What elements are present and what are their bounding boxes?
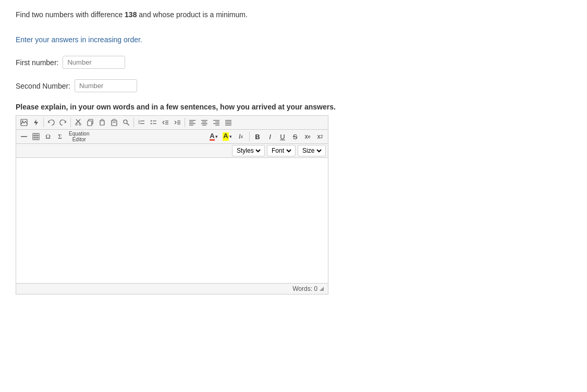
align-right-btn[interactable] <box>211 117 222 128</box>
question-text: Find two numbers with difference 138 and… <box>16 10 571 19</box>
superscript-btn[interactable]: x2 <box>314 131 326 142</box>
first-number-row: First number: <box>16 56 571 69</box>
dropdowns-right: Styles Font Size <box>232 145 326 156</box>
sep3 <box>133 118 134 127</box>
svg-text:2.: 2. <box>138 121 141 125</box>
font-color-btn[interactable]: A ▾ <box>207 131 220 142</box>
italic-btn[interactable]: I <box>264 131 276 142</box>
equation-editor-btn[interactable]: EquationEditor <box>66 131 92 142</box>
explain-label: Please explain, in your own words and in… <box>16 103 571 111</box>
sep4 <box>185 118 185 127</box>
first-number-label: First number: <box>16 58 58 67</box>
equation-editor-label: EquationEditor <box>69 131 89 142</box>
paste-text-btn[interactable] <box>108 117 120 128</box>
editor-footer: Words: 0 <box>16 283 328 294</box>
paste-btn[interactable] <box>96 117 108 128</box>
toolbar-row2-right: A ▾ A ▾ Ix B I U S xe x2 <box>207 131 326 142</box>
strikethrough-btn[interactable]: S <box>289 131 301 142</box>
svg-rect-10 <box>101 119 103 121</box>
undo-btn[interactable] <box>45 117 57 128</box>
sub-instruction: Enter your answers in increasing order. <box>16 34 571 45</box>
indent-less-btn[interactable] <box>160 117 171 128</box>
svg-rect-47 <box>33 133 39 140</box>
question-container: Find two numbers with difference 138 and… <box>16 10 571 19</box>
svg-line-15 <box>127 124 129 126</box>
sigma-btn[interactable]: Σ <box>54 131 66 142</box>
svg-point-20 <box>151 120 152 121</box>
ul-btn[interactable] <box>148 117 159 128</box>
toolbar-row2-left: Ω Σ EquationEditor <box>18 131 92 142</box>
align-justify-btn[interactable] <box>223 117 234 128</box>
omega-btn[interactable]: Ω <box>42 131 54 142</box>
svg-point-1 <box>22 120 23 121</box>
horizontal-rule-btn[interactable] <box>18 131 30 142</box>
second-number-label: Second Number: <box>16 82 70 90</box>
sep2 <box>70 118 71 127</box>
cut-btn[interactable] <box>72 117 84 128</box>
clear-format-btn[interactable]: Ix <box>235 131 247 142</box>
align-center-btn[interactable] <box>199 117 210 128</box>
second-number-row: Second Number: <box>16 79 571 92</box>
svg-marker-2 <box>34 119 38 126</box>
bold-btn[interactable]: B <box>252 131 263 142</box>
toolbar-row-2: Ω Σ EquationEditor A ▾ A ▾ <box>16 130 328 144</box>
styles-select[interactable]: Styles <box>235 146 262 155</box>
first-number-input[interactable] <box>63 56 125 69</box>
svg-point-14 <box>124 120 127 124</box>
find-btn[interactable] <box>120 117 132 128</box>
underline-btn[interactable]: U <box>277 131 288 142</box>
flash-btn[interactable] <box>30 117 42 128</box>
font-select[interactable]: Font <box>270 146 293 155</box>
toolbar-row-1: 1.2. <box>16 116 328 130</box>
sep5 <box>249 132 250 141</box>
font-dropdown[interactable]: Font <box>267 145 296 156</box>
highlight-color-btn[interactable]: A ▾ <box>221 131 234 142</box>
redo-btn[interactable] <box>57 117 69 128</box>
second-number-input[interactable] <box>75 79 137 92</box>
sep1 <box>43 118 44 127</box>
svg-rect-8 <box>88 121 92 126</box>
subscript-btn[interactable]: xe <box>302 131 313 142</box>
copy-btn[interactable] <box>84 117 96 128</box>
explain-section: Please explain, in your own words and in… <box>16 103 571 295</box>
table-btn[interactable] <box>30 131 42 142</box>
editor-body[interactable] <box>16 158 328 283</box>
align-left-btn[interactable] <box>187 117 198 128</box>
dropdowns-row: Styles Font Size <box>16 144 328 158</box>
words-count: Words: 0 <box>292 285 317 292</box>
size-select[interactable]: Size <box>300 146 323 155</box>
size-dropdown[interactable]: Size <box>298 145 326 156</box>
ol-btn[interactable]: 1.2. <box>136 117 147 128</box>
svg-rect-12 <box>113 119 116 121</box>
styles-dropdown[interactable]: Styles <box>232 145 265 156</box>
sub-instruction-container: Enter your answers in increasing order. <box>16 34 571 45</box>
rich-text-editor: 1.2. <box>16 115 328 295</box>
resize-handle[interactable] <box>320 287 324 291</box>
svg-point-22 <box>151 123 152 124</box>
image-btn[interactable] <box>18 117 30 128</box>
indent-more-btn[interactable] <box>172 117 183 128</box>
